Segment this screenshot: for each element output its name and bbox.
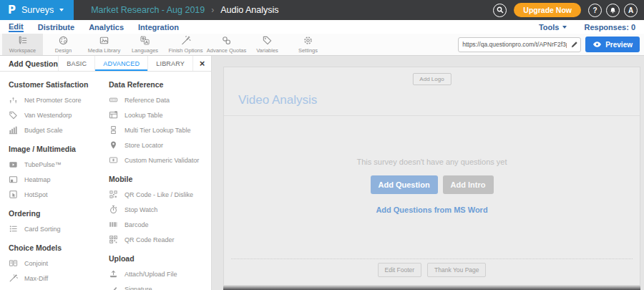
question-type-qr-code-like-dislike[interactable]: QR Code - Like / Dislike xyxy=(109,187,211,202)
question-type-card-sorting[interactable]: Card Sorting xyxy=(9,221,109,236)
footer-divider xyxy=(231,258,633,259)
add-questions-from-ms-word-link[interactable]: Add Questions from MS Word xyxy=(376,206,487,214)
breadcrumb-current: Audio Analysis xyxy=(220,5,278,15)
section-mobile: Mobile QR Code - Like / Dislike Stop Wat… xyxy=(109,175,211,247)
empty-state: This survey doesn't have any questions y… xyxy=(224,158,640,216)
add-logo-button[interactable]: Add Logo xyxy=(412,73,451,85)
wand-icon xyxy=(9,274,18,283)
empty-message: This survey doesn't have any questions y… xyxy=(224,158,640,166)
breadcrumb-separator: › xyxy=(211,5,214,15)
tag-icon xyxy=(262,35,273,46)
search-button[interactable] xyxy=(493,4,507,17)
responses-count[interactable]: Responses: 0 xyxy=(584,23,635,32)
question-type-store-locator[interactable]: Store Locator xyxy=(109,137,211,153)
survey-url-input[interactable] xyxy=(459,41,570,48)
sort-list-icon xyxy=(9,224,18,233)
section-title: Image / Multimedia xyxy=(9,145,109,153)
question-type-label: QR Code Reader xyxy=(125,236,175,243)
tab-advanced[interactable]: ADVANCED xyxy=(94,56,147,71)
help-button[interactable]: ? xyxy=(588,4,602,17)
thank-you-page-button[interactable]: Thank You Page xyxy=(427,263,486,277)
toolbar-item-media-library[interactable]: Media Library xyxy=(84,34,125,55)
question-type-label: Lookup Table xyxy=(125,112,162,119)
breadcrumb-folder-link[interactable]: Market Research - Aug 2019 xyxy=(91,5,205,15)
tab-library[interactable]: LIBRARY xyxy=(147,56,192,71)
question-type-custom-numeric-validator[interactable]: Custom Numeric Validator xyxy=(109,153,211,168)
translate-icon xyxy=(140,35,150,46)
notifications-button[interactable] xyxy=(606,4,620,17)
cursor-box-icon xyxy=(9,190,18,199)
panel-title: Add Question xyxy=(0,56,58,71)
question-type-max-diff[interactable]: Max-Diff xyxy=(9,271,109,286)
chevron-down-icon xyxy=(59,9,64,11)
question-type-stop-watch[interactable]: Stop Watch xyxy=(109,202,211,217)
section-image-multimedia: Image / Multimedia TubePulse™ Heatmap Ho… xyxy=(9,145,109,202)
section-choice-models: Choice Models Conjoint Max-Diff xyxy=(9,243,109,286)
edit-footer-button[interactable]: Edit Footer xyxy=(378,263,422,277)
upgrade-now-button[interactable]: Upgrade Now xyxy=(514,3,581,17)
toolbar-item-settings[interactable]: Settings xyxy=(288,34,328,55)
add-question-button[interactable]: Add Question xyxy=(371,175,438,194)
section-data-reference: Data Reference Reference Data Lookup Tab… xyxy=(109,80,211,168)
account-button[interactable]: A xyxy=(624,4,638,17)
toolbar-label: Settings xyxy=(298,47,318,54)
video-play-icon xyxy=(9,160,18,169)
stopwatch-icon xyxy=(109,205,118,214)
question-type-multi-tier-lookup-table[interactable]: Multi Tier Lookup Table xyxy=(109,122,211,137)
tab-basic[interactable]: BASIC xyxy=(58,56,94,71)
toolbar-item-languages[interactable]: Languages xyxy=(125,34,165,55)
workspace-icon xyxy=(17,35,28,46)
barcode-icon xyxy=(109,220,118,229)
signature-icon xyxy=(109,284,118,290)
toolbar-label: Advance Quotas xyxy=(207,47,246,54)
nav-right: Tools Responses: 0 xyxy=(539,23,644,32)
question-type-label: HotSpot xyxy=(24,191,48,198)
question-type-attach-upload-file[interactable]: Attach/Upload File xyxy=(109,266,211,281)
question-type-budget-scale[interactable]: Budget Scale xyxy=(9,122,109,137)
tools-label: Tools xyxy=(539,23,560,32)
toolbar-label: Workspace xyxy=(9,47,36,54)
question-type-lookup-table[interactable]: Lookup Table xyxy=(109,107,211,122)
product-label: Surveys xyxy=(21,5,54,15)
question-type-conjoint[interactable]: Conjoint xyxy=(9,256,109,271)
question-type-qr-code-reader[interactable]: QR Code Reader xyxy=(109,232,211,247)
eye-icon xyxy=(592,41,602,48)
section-title: Data Reference xyxy=(109,80,211,89)
add-intro-button[interactable]: Add Intro xyxy=(443,175,494,194)
question-type-label: Budget Scale xyxy=(24,127,63,134)
toolbar-item-workspace[interactable]: Workspace xyxy=(2,34,43,55)
question-type-label: Signature xyxy=(125,286,152,290)
close-panel-button[interactable]: × xyxy=(192,56,211,71)
edit-url-button[interactable] xyxy=(570,41,578,49)
question-type-van-westendorp[interactable]: Van Westendorp xyxy=(9,107,109,122)
product-switcher[interactable]: P Surveys xyxy=(0,0,74,20)
survey-nav: Edit Distribute Analytics Integration To… xyxy=(0,20,644,34)
gauge-dots-icon xyxy=(9,95,18,105)
survey-title[interactable]: Video Analysis xyxy=(238,93,317,107)
question-type-label: TubePulse™ xyxy=(24,161,62,168)
tab-integration[interactable]: Integration xyxy=(138,23,179,32)
toolbar-item-advance-quotas[interactable]: Advance Quotas xyxy=(206,34,247,55)
tab-edit[interactable]: Edit xyxy=(9,22,24,32)
tab-analytics[interactable]: Analytics xyxy=(89,23,124,32)
question-type-hotspot[interactable]: HotSpot xyxy=(9,187,109,202)
question-type-net-promoter-score[interactable]: Net Promoter Score xyxy=(9,92,109,107)
toolbar-item-variables[interactable]: Variables xyxy=(247,34,288,55)
toolbar-item-finish-options[interactable]: Finish Options xyxy=(165,34,206,55)
tools-menu[interactable]: Tools xyxy=(539,23,567,32)
question-type-signature[interactable]: Signature xyxy=(109,281,211,290)
survey-footer-strip xyxy=(223,286,640,290)
question-type-label: Van Westendorp xyxy=(24,112,72,119)
bell-icon xyxy=(609,6,617,14)
toolbar-label: Variables xyxy=(256,47,278,54)
asterisk-box-icon xyxy=(109,155,118,165)
question-type-tubepulse[interactable]: TubePulse™ xyxy=(9,157,109,172)
question-type-reference-data[interactable]: Reference Data xyxy=(109,92,211,107)
toolbar-item-design[interactable]: Design xyxy=(43,34,84,55)
links-icon xyxy=(221,35,232,46)
question-type-barcode[interactable]: Barcode xyxy=(109,217,211,232)
preview-button[interactable]: Preview xyxy=(585,37,640,52)
tab-distribute[interactable]: Distribute xyxy=(38,23,74,32)
toolbar-label: Languages xyxy=(132,47,158,54)
question-type-heatmap[interactable]: Heatmap xyxy=(9,172,109,187)
